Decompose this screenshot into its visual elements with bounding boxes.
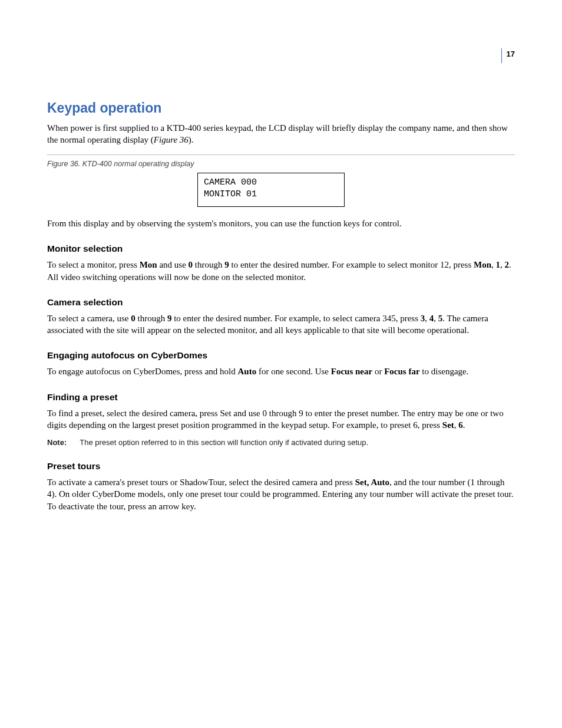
figure-caption: Figure 36. KTD-400 normal operating disp… [47, 160, 515, 168]
text: for one second. Use [256, 367, 331, 376]
text: or [372, 367, 384, 376]
key-0: 0 [189, 260, 193, 269]
autofocus-paragraph: To engage autofocus on CyberDomes, press… [47, 365, 515, 377]
page-number: 17 [501, 48, 515, 63]
lcd-line-2: MONITOR 01 [204, 189, 257, 199]
text: To engage autofocus on CyberDomes, press… [47, 367, 237, 376]
key-2: 2 [505, 260, 510, 269]
camera-selection-paragraph: To select a camera, use 0 through 9 to e… [47, 312, 515, 337]
key-focus-near: Focus near [331, 367, 372, 376]
monitor-selection-paragraph: To select a monitor, press Mon and use 0… [47, 259, 515, 283]
key-set: Set [442, 420, 454, 430]
key-1: 1 [496, 260, 501, 269]
text: , [425, 314, 429, 323]
lcd-line-1: CAMERA 000 [204, 177, 257, 187]
intro-paragraph: When power is first supplied to a KTD-40… [47, 122, 515, 146]
heading-keypad-operation: Keypad operation [47, 100, 515, 116]
horizontal-rule [47, 154, 515, 155]
text: To find a preset, select the desired cam… [47, 409, 504, 430]
text: , [434, 314, 438, 323]
text: To activate a camera's preset tours or S… [47, 477, 355, 487]
preset-tours-paragraph: To activate a camera's preset tours or S… [47, 476, 515, 512]
text: . [463, 420, 465, 430]
finding-preset-paragraph: To find a preset, select the desired cam… [47, 407, 515, 431]
text: to enter the desired number. For example… [229, 260, 474, 269]
note-label: Note: [47, 438, 67, 447]
heading-preset-tours: Preset tours [47, 461, 515, 472]
text: to disengage. [420, 367, 469, 376]
text: , [491, 260, 496, 269]
document-page: 17 Keypad operation When power is first … [0, 0, 562, 728]
text: to enter the desired number. For example… [171, 314, 420, 323]
text: To select a monitor, press [47, 260, 140, 269]
heading-monitor-selection: Monitor selection [47, 243, 515, 254]
text: , [500, 260, 505, 269]
heading-camera-selection: Camera selection [47, 297, 515, 308]
figure-reference: Figure 36 [154, 135, 189, 144]
text: When power is first supplied to a KTD-40… [47, 123, 508, 144]
after-figure-paragraph: From this display and by observing the s… [47, 218, 515, 229]
note-text: The preset option referred to in this se… [80, 438, 368, 447]
text: ). [189, 135, 194, 144]
text: through [135, 314, 167, 323]
key-focus-far: Focus far [384, 367, 419, 376]
key-mon: Mon [140, 260, 157, 269]
heading-finding-preset: Finding a preset [47, 392, 515, 403]
key-auto: Auto [237, 367, 256, 376]
key-mon: Mon [474, 260, 491, 269]
key-9: 9 [224, 260, 229, 269]
key-6: 6 [458, 420, 463, 430]
text: through [193, 260, 224, 269]
text: and use [157, 260, 189, 269]
heading-autofocus: Engaging autofocus on CyberDomes [47, 350, 515, 361]
note-row: Note: The preset option referred to in t… [47, 438, 515, 447]
lcd-display-box: CAMERA 000 MONITOR 01 [197, 173, 345, 207]
key-0: 0 [131, 314, 135, 323]
key-set-auto: Set, Auto [355, 477, 389, 487]
text: To select a camera, use [47, 314, 131, 323]
